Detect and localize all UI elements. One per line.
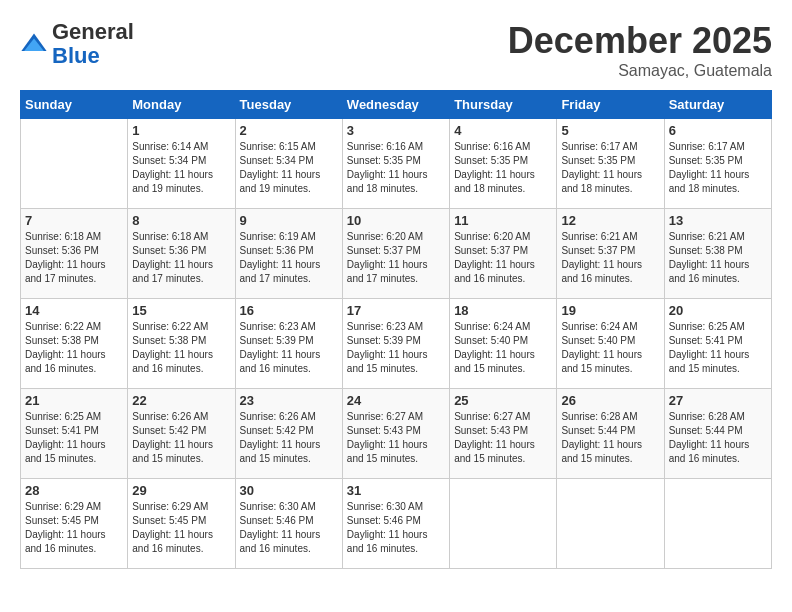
day-number: 6: [669, 123, 767, 138]
week-row-2: 7Sunrise: 6:18 AMSunset: 5:36 PMDaylight…: [21, 209, 772, 299]
day-info: Sunrise: 6:23 AMSunset: 5:39 PMDaylight:…: [347, 320, 445, 376]
day-number: 19: [561, 303, 659, 318]
calendar-cell: 1Sunrise: 6:14 AMSunset: 5:34 PMDaylight…: [128, 119, 235, 209]
day-info: Sunrise: 6:22 AMSunset: 5:38 PMDaylight:…: [132, 320, 230, 376]
day-number: 12: [561, 213, 659, 228]
week-row-4: 21Sunrise: 6:25 AMSunset: 5:41 PMDayligh…: [21, 389, 772, 479]
day-number: 7: [25, 213, 123, 228]
header-friday: Friday: [557, 91, 664, 119]
day-number: 8: [132, 213, 230, 228]
day-number: 20: [669, 303, 767, 318]
calendar-cell: 17Sunrise: 6:23 AMSunset: 5:39 PMDayligh…: [342, 299, 449, 389]
calendar-cell: 30Sunrise: 6:30 AMSunset: 5:46 PMDayligh…: [235, 479, 342, 569]
header-wednesday: Wednesday: [342, 91, 449, 119]
day-info: Sunrise: 6:30 AMSunset: 5:46 PMDaylight:…: [240, 500, 338, 556]
calendar-cell: 4Sunrise: 6:16 AMSunset: 5:35 PMDaylight…: [450, 119, 557, 209]
calendar-cell: 8Sunrise: 6:18 AMSunset: 5:36 PMDaylight…: [128, 209, 235, 299]
day-number: 21: [25, 393, 123, 408]
day-info: Sunrise: 6:16 AMSunset: 5:35 PMDaylight:…: [347, 140, 445, 196]
day-info: Sunrise: 6:29 AMSunset: 5:45 PMDaylight:…: [25, 500, 123, 556]
calendar-cell: 22Sunrise: 6:26 AMSunset: 5:42 PMDayligh…: [128, 389, 235, 479]
day-info: Sunrise: 6:16 AMSunset: 5:35 PMDaylight:…: [454, 140, 552, 196]
month-title: December 2025: [508, 20, 772, 62]
day-number: 25: [454, 393, 552, 408]
day-info: Sunrise: 6:20 AMSunset: 5:37 PMDaylight:…: [347, 230, 445, 286]
calendar-cell: 12Sunrise: 6:21 AMSunset: 5:37 PMDayligh…: [557, 209, 664, 299]
day-info: Sunrise: 6:17 AMSunset: 5:35 PMDaylight:…: [669, 140, 767, 196]
header-saturday: Saturday: [664, 91, 771, 119]
day-info: Sunrise: 6:29 AMSunset: 5:45 PMDaylight:…: [132, 500, 230, 556]
header-monday: Monday: [128, 91, 235, 119]
calendar-cell: 2Sunrise: 6:15 AMSunset: 5:34 PMDaylight…: [235, 119, 342, 209]
week-row-5: 28Sunrise: 6:29 AMSunset: 5:45 PMDayligh…: [21, 479, 772, 569]
day-number: 27: [669, 393, 767, 408]
calendar-table: SundayMondayTuesdayWednesdayThursdayFrid…: [20, 90, 772, 569]
calendar-cell: 7Sunrise: 6:18 AMSunset: 5:36 PMDaylight…: [21, 209, 128, 299]
day-number: 22: [132, 393, 230, 408]
header-thursday: Thursday: [450, 91, 557, 119]
logo-icon: [20, 30, 48, 58]
calendar-header-row: SundayMondayTuesdayWednesdayThursdayFrid…: [21, 91, 772, 119]
calendar-cell: 23Sunrise: 6:26 AMSunset: 5:42 PMDayligh…: [235, 389, 342, 479]
day-number: 26: [561, 393, 659, 408]
day-info: Sunrise: 6:25 AMSunset: 5:41 PMDaylight:…: [669, 320, 767, 376]
day-number: 18: [454, 303, 552, 318]
day-info: Sunrise: 6:27 AMSunset: 5:43 PMDaylight:…: [347, 410, 445, 466]
day-info: Sunrise: 6:22 AMSunset: 5:38 PMDaylight:…: [25, 320, 123, 376]
day-info: Sunrise: 6:23 AMSunset: 5:39 PMDaylight:…: [240, 320, 338, 376]
day-number: 5: [561, 123, 659, 138]
calendar-cell: [557, 479, 664, 569]
logo: General Blue: [20, 20, 134, 68]
day-number: 9: [240, 213, 338, 228]
calendar-cell: 6Sunrise: 6:17 AMSunset: 5:35 PMDaylight…: [664, 119, 771, 209]
title-block: December 2025 Samayac, Guatemala: [508, 20, 772, 80]
day-number: 15: [132, 303, 230, 318]
header-sunday: Sunday: [21, 91, 128, 119]
day-info: Sunrise: 6:18 AMSunset: 5:36 PMDaylight:…: [132, 230, 230, 286]
day-info: Sunrise: 6:26 AMSunset: 5:42 PMDaylight:…: [240, 410, 338, 466]
day-number: 23: [240, 393, 338, 408]
day-number: 13: [669, 213, 767, 228]
day-number: 1: [132, 123, 230, 138]
calendar-cell: [664, 479, 771, 569]
calendar-cell: 31Sunrise: 6:30 AMSunset: 5:46 PMDayligh…: [342, 479, 449, 569]
calendar-cell: 13Sunrise: 6:21 AMSunset: 5:38 PMDayligh…: [664, 209, 771, 299]
day-info: Sunrise: 6:14 AMSunset: 5:34 PMDaylight:…: [132, 140, 230, 196]
day-number: 10: [347, 213, 445, 228]
calendar-cell: 28Sunrise: 6:29 AMSunset: 5:45 PMDayligh…: [21, 479, 128, 569]
logo-blue-text: Blue: [52, 43, 100, 68]
day-number: 29: [132, 483, 230, 498]
logo-general-text: General: [52, 19, 134, 44]
calendar-cell: 24Sunrise: 6:27 AMSunset: 5:43 PMDayligh…: [342, 389, 449, 479]
day-number: 11: [454, 213, 552, 228]
calendar-cell: 5Sunrise: 6:17 AMSunset: 5:35 PMDaylight…: [557, 119, 664, 209]
calendar-cell: 21Sunrise: 6:25 AMSunset: 5:41 PMDayligh…: [21, 389, 128, 479]
day-info: Sunrise: 6:19 AMSunset: 5:36 PMDaylight:…: [240, 230, 338, 286]
day-info: Sunrise: 6:21 AMSunset: 5:37 PMDaylight:…: [561, 230, 659, 286]
location: Samayac, Guatemala: [508, 62, 772, 80]
day-info: Sunrise: 6:21 AMSunset: 5:38 PMDaylight:…: [669, 230, 767, 286]
calendar-cell: 14Sunrise: 6:22 AMSunset: 5:38 PMDayligh…: [21, 299, 128, 389]
day-number: 30: [240, 483, 338, 498]
day-number: 14: [25, 303, 123, 318]
day-info: Sunrise: 6:20 AMSunset: 5:37 PMDaylight:…: [454, 230, 552, 286]
calendar-cell: 27Sunrise: 6:28 AMSunset: 5:44 PMDayligh…: [664, 389, 771, 479]
day-info: Sunrise: 6:18 AMSunset: 5:36 PMDaylight:…: [25, 230, 123, 286]
day-info: Sunrise: 6:17 AMSunset: 5:35 PMDaylight:…: [561, 140, 659, 196]
calendar-cell: 19Sunrise: 6:24 AMSunset: 5:40 PMDayligh…: [557, 299, 664, 389]
week-row-3: 14Sunrise: 6:22 AMSunset: 5:38 PMDayligh…: [21, 299, 772, 389]
calendar-cell: 11Sunrise: 6:20 AMSunset: 5:37 PMDayligh…: [450, 209, 557, 299]
calendar-cell: 18Sunrise: 6:24 AMSunset: 5:40 PMDayligh…: [450, 299, 557, 389]
calendar-cell: 20Sunrise: 6:25 AMSunset: 5:41 PMDayligh…: [664, 299, 771, 389]
day-info: Sunrise: 6:28 AMSunset: 5:44 PMDaylight:…: [669, 410, 767, 466]
calendar-cell: 9Sunrise: 6:19 AMSunset: 5:36 PMDaylight…: [235, 209, 342, 299]
calendar-cell: 3Sunrise: 6:16 AMSunset: 5:35 PMDaylight…: [342, 119, 449, 209]
calendar-cell: 16Sunrise: 6:23 AMSunset: 5:39 PMDayligh…: [235, 299, 342, 389]
day-number: 3: [347, 123, 445, 138]
day-number: 2: [240, 123, 338, 138]
day-info: Sunrise: 6:25 AMSunset: 5:41 PMDaylight:…: [25, 410, 123, 466]
calendar-cell: [21, 119, 128, 209]
calendar-cell: 26Sunrise: 6:28 AMSunset: 5:44 PMDayligh…: [557, 389, 664, 479]
day-info: Sunrise: 6:24 AMSunset: 5:40 PMDaylight:…: [454, 320, 552, 376]
calendar-cell: 10Sunrise: 6:20 AMSunset: 5:37 PMDayligh…: [342, 209, 449, 299]
